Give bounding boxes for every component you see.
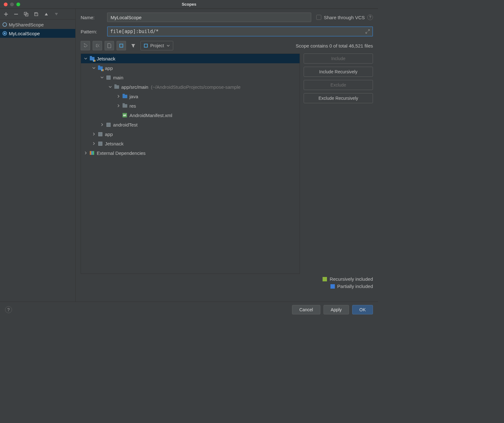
right-panel: Name: Share through VCS ? Pattern: bbox=[76, 9, 378, 302]
include-exclude-buttons: Include Include Recursively Exclude Excl… bbox=[304, 54, 373, 103]
window: Scopes bbox=[0, 0, 378, 317]
folder-icon bbox=[97, 65, 103, 70]
legend: Recursively included Partially included bbox=[81, 276, 373, 289]
tree-row[interactable]: main bbox=[81, 73, 300, 82]
share-help-icon[interactable]: ? bbox=[367, 14, 373, 20]
exclude-button[interactable]: Exclude bbox=[304, 80, 373, 90]
scope-item[interactable]: MyLocalScope bbox=[0, 29, 75, 38]
tree-and-actions: Jetsnackappmainapp/src/main(~/AndroidStu… bbox=[81, 54, 373, 274]
scope-icon bbox=[3, 31, 7, 36]
tree-toolbar: Project Scope contains 0 of total 46,521… bbox=[81, 41, 373, 50]
scope-icon bbox=[3, 22, 7, 27]
legend-recursive: Recursively included bbox=[323, 276, 373, 282]
scope-label: MyLocalScope bbox=[9, 31, 40, 36]
tree-expander[interactable] bbox=[100, 76, 104, 79]
legend-partial: Partially included bbox=[330, 284, 373, 289]
window-title: Scopes bbox=[0, 2, 378, 7]
share-checkbox[interactable] bbox=[316, 15, 321, 20]
copy-scope-button[interactable] bbox=[23, 11, 29, 17]
left-toolbar bbox=[0, 9, 75, 20]
tree-label: java bbox=[129, 94, 138, 99]
legend-green-icon bbox=[323, 277, 327, 281]
tree-label: app/src/main bbox=[121, 84, 148, 90]
scope-label: MySharedScope bbox=[9, 22, 44, 27]
include-button[interactable]: Include bbox=[304, 54, 373, 64]
tree-expander[interactable] bbox=[100, 123, 104, 126]
expand-pattern-icon[interactable] bbox=[365, 29, 370, 34]
tree-expander[interactable] bbox=[116, 104, 121, 107]
apply-button[interactable]: Apply bbox=[324, 305, 349, 314]
name-row: Name: Share through VCS ? bbox=[81, 13, 373, 22]
share-vcs-option[interactable]: Share through VCS ? bbox=[316, 14, 373, 20]
folder-icon bbox=[89, 56, 95, 61]
folder-icon bbox=[122, 103, 128, 108]
pattern-input[interactable] bbox=[110, 29, 365, 34]
tree-row[interactable]: Jetsnack bbox=[81, 54, 300, 63]
tree-expander[interactable] bbox=[83, 151, 88, 155]
tree-row[interactable]: MFAndroidManifest.xml bbox=[81, 110, 300, 120]
move-up-button[interactable] bbox=[43, 11, 49, 17]
tree-label: AndroidManifest.xml bbox=[129, 113, 172, 118]
manifest-file-icon: MF bbox=[122, 113, 128, 118]
tree-label: Jetsnack bbox=[105, 141, 123, 146]
move-down-button[interactable] bbox=[54, 11, 59, 17]
cancel-button[interactable]: Cancel bbox=[292, 305, 320, 314]
tree-row[interactable]: app bbox=[81, 63, 300, 73]
project-scope-dropdown[interactable]: Project bbox=[140, 41, 173, 50]
tree-expander[interactable] bbox=[92, 66, 96, 70]
scope-count-label: Scope contains 0 of total 46,521 files bbox=[296, 43, 373, 48]
exclude-recursively-button[interactable]: Exclude Recursively bbox=[304, 93, 373, 103]
tree-expander[interactable] bbox=[108, 85, 112, 88]
tree-label: androidTest bbox=[113, 122, 138, 127]
footer: ? Cancel Apply OK bbox=[0, 302, 378, 317]
project-dropdown-label: Project bbox=[150, 43, 164, 48]
remove-scope-button[interactable] bbox=[13, 11, 19, 17]
save-scope-button[interactable] bbox=[33, 11, 39, 17]
project-icon bbox=[144, 44, 148, 48]
pattern-label: Pattern: bbox=[81, 29, 107, 34]
tree-row[interactable]: app bbox=[81, 129, 300, 139]
tree-expander[interactable] bbox=[83, 57, 88, 60]
module-icon bbox=[97, 141, 103, 146]
share-label: Share through VCS bbox=[324, 15, 365, 20]
chevron-down-icon bbox=[167, 45, 170, 47]
project-tree[interactable]: Jetsnackappmainapp/src/main(~/AndroidStu… bbox=[81, 54, 300, 274]
tree-row[interactable]: res bbox=[81, 101, 300, 110]
tree-row[interactable]: app/src/main(~/AndroidStudioProjects/com… bbox=[81, 82, 300, 92]
collapse-all-button[interactable] bbox=[93, 41, 102, 50]
tree-expander[interactable] bbox=[116, 95, 121, 98]
module-icon bbox=[97, 132, 103, 137]
show-files-button[interactable] bbox=[105, 41, 114, 50]
tree-label: Jetsnack bbox=[97, 56, 115, 61]
folder-icon bbox=[122, 94, 128, 99]
module-icon bbox=[106, 122, 111, 127]
library-icon bbox=[89, 150, 95, 155]
tree-row[interactable]: Jetsnack bbox=[81, 139, 300, 148]
folder-icon bbox=[114, 84, 119, 89]
tree-expander[interactable] bbox=[92, 142, 96, 145]
help-button[interactable]: ? bbox=[5, 306, 12, 313]
add-scope-button[interactable] bbox=[3, 11, 9, 17]
tree-label: main bbox=[113, 75, 123, 80]
filter-button[interactable] bbox=[129, 41, 138, 50]
left-panel: MySharedScopeMyLocalScope bbox=[0, 9, 76, 302]
scope-item[interactable]: MySharedScope bbox=[0, 20, 75, 29]
tree-row[interactable]: External Dependencies bbox=[81, 148, 300, 158]
tree-label: External Dependencies bbox=[97, 150, 146, 156]
show-included-only-button[interactable] bbox=[117, 41, 126, 50]
tree-row[interactable]: java bbox=[81, 92, 300, 101]
scope-list: MySharedScopeMyLocalScope bbox=[0, 20, 75, 302]
legend-blue-icon bbox=[330, 284, 335, 289]
ok-button[interactable]: OK bbox=[352, 305, 373, 314]
titlebar: Scopes bbox=[0, 0, 378, 9]
include-recursively-button[interactable]: Include Recursively bbox=[304, 67, 373, 77]
tree-expander[interactable] bbox=[92, 133, 96, 136]
tree-path-suffix: (~/AndroidStudioProjects/compose-sample bbox=[151, 84, 241, 90]
pattern-field[interactable] bbox=[107, 26, 373, 37]
name-input[interactable] bbox=[107, 13, 311, 22]
tree-row[interactable]: androidTest bbox=[81, 120, 300, 129]
legend-recursive-label: Recursively included bbox=[329, 276, 373, 282]
expand-all-button[interactable] bbox=[81, 41, 90, 50]
pattern-row: Pattern: bbox=[81, 26, 373, 37]
name-label: Name: bbox=[81, 15, 107, 20]
